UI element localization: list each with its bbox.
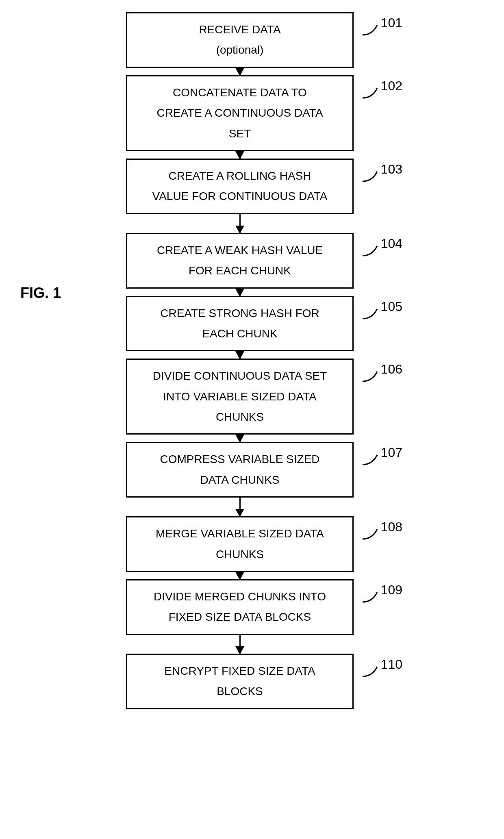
leader-line — [363, 86, 382, 100]
step-text: DATA CHUNKS — [200, 470, 280, 490]
leader-line — [363, 452, 382, 467]
step-text: INTO VARIABLE SIZED DATA — [163, 387, 317, 407]
step-text: ENCRYPT FIXED SIZE DATA — [164, 661, 315, 681]
step-text: CREATE STRONG HASH FOR — [160, 303, 319, 324]
reference-number: 103 — [381, 162, 402, 177]
leader-line — [363, 243, 382, 258]
step-107: COMPRESS VARIABLE SIZED DATA CHUNKS 107 — [114, 442, 366, 498]
arrow-down-icon — [239, 498, 241, 516]
step-text: MERGE VARIABLE SIZED DATA — [156, 524, 324, 544]
step-text: SET — [229, 124, 251, 144]
reference-number: 105 — [381, 299, 402, 314]
reference-number: 109 — [381, 583, 402, 598]
step-box: CONCATENATE DATA TO CREATE A CONTINUOUS … — [126, 75, 354, 151]
step-box: ENCRYPT FIXED SIZE DATA BLOCKS — [126, 654, 354, 709]
arrow-down-icon — [239, 214, 241, 233]
leader-line — [363, 590, 382, 604]
step-104: CREATE A WEAK HASH VALUE FOR EACH CHUNK … — [114, 233, 366, 289]
reference-number: 106 — [381, 362, 402, 377]
step-box: DIVIDE MERGED CHUNKS INTO FIXED SIZE DAT… — [126, 579, 354, 635]
step-box: MERGE VARIABLE SIZED DATA CHUNKS — [126, 516, 354, 572]
arrow-down-icon — [239, 572, 241, 579]
leader-line — [363, 23, 382, 37]
step-109: DIVIDE MERGED CHUNKS INTO FIXED SIZE DAT… — [114, 579, 366, 635]
step-101: RECEIVE DATA (optional) 101 — [114, 12, 366, 68]
step-text: FIXED SIZE DATA BLOCKS — [169, 607, 311, 627]
step-text: CHUNKS — [216, 544, 264, 565]
leader-line — [363, 664, 382, 679]
step-text: CHUNKS — [216, 407, 264, 427]
leader-line — [363, 306, 382, 321]
reference-number: 110 — [381, 657, 402, 672]
step-text: (optional) — [216, 40, 264, 60]
reference-number: 104 — [381, 236, 402, 251]
figure-label: FIG. 1 — [20, 285, 61, 302]
step-text: CONCATENATE DATA TO — [173, 83, 307, 103]
step-text: RECEIVE DATA — [199, 20, 280, 40]
arrow-down-icon — [239, 435, 241, 442]
step-text: CREATE A WEAK HASH VALUE — [157, 240, 323, 261]
reference-number: 101 — [381, 15, 402, 30]
leader-line — [363, 369, 382, 384]
step-110: ENCRYPT FIXED SIZE DATA BLOCKS 110 — [114, 654, 366, 709]
step-text: DIVIDE CONTINUOUS DATA SET — [153, 366, 327, 386]
step-box: CREATE A WEAK HASH VALUE FOR EACH CHUNK — [126, 233, 354, 289]
step-box: RECEIVE DATA (optional) — [126, 12, 354, 68]
step-106: DIVIDE CONTINUOUS DATA SET INTO VARIABLE… — [114, 359, 366, 435]
arrow-down-icon — [239, 635, 241, 654]
step-108: MERGE VARIABLE SIZED DATA CHUNKS 108 — [114, 516, 366, 572]
step-text: CREATE A ROLLING HASH — [168, 166, 311, 186]
step-text: CREATE A CONTINUOUS DATA — [156, 103, 323, 123]
flowchart: RECEIVE DATA (optional) 101 CONCATENATE … — [114, 12, 366, 709]
leader-line — [363, 169, 382, 184]
step-103: CREATE A ROLLING HASH VALUE FOR CONTINUO… — [114, 159, 366, 214]
step-text: VALUE FOR CONTINUOUS DATA — [152, 186, 328, 206]
step-box: DIVIDE CONTINUOUS DATA SET INTO VARIABLE… — [126, 359, 354, 435]
step-text: DIVIDE MERGED CHUNKS INTO — [154, 587, 326, 607]
reference-number: 107 — [381, 445, 402, 460]
leader-line — [363, 527, 382, 541]
arrow-down-icon — [239, 68, 241, 75]
step-text: COMPRESS VARIABLE SIZED — [160, 449, 319, 469]
reference-number: 102 — [381, 78, 402, 93]
step-text: BLOCKS — [217, 681, 263, 702]
step-box: COMPRESS VARIABLE SIZED DATA CHUNKS — [126, 442, 354, 498]
arrow-down-icon — [239, 289, 241, 296]
step-box: CREATE STRONG HASH FOR EACH CHUNK — [126, 296, 354, 352]
reference-number: 108 — [381, 519, 402, 535]
step-text: EACH CHUNK — [202, 324, 277, 344]
step-105: CREATE STRONG HASH FOR EACH CHUNK 105 — [114, 296, 366, 352]
step-102: CONCATENATE DATA TO CREATE A CONTINUOUS … — [114, 75, 366, 151]
step-box: CREATE A ROLLING HASH VALUE FOR CONTINUO… — [126, 159, 354, 214]
step-text: FOR EACH CHUNK — [189, 261, 291, 281]
arrow-down-icon — [239, 151, 241, 159]
arrow-down-icon — [239, 351, 241, 359]
